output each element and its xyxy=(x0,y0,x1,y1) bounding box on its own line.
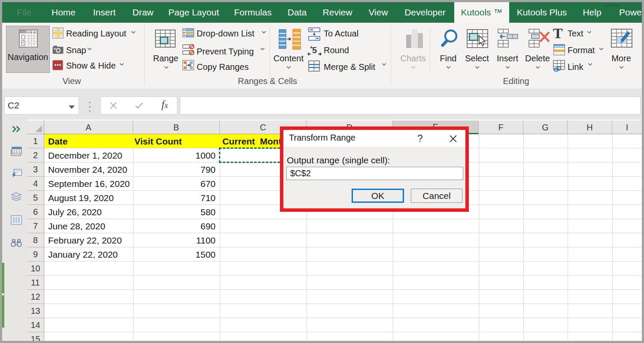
svg-text:5: 5 xyxy=(312,45,317,55)
